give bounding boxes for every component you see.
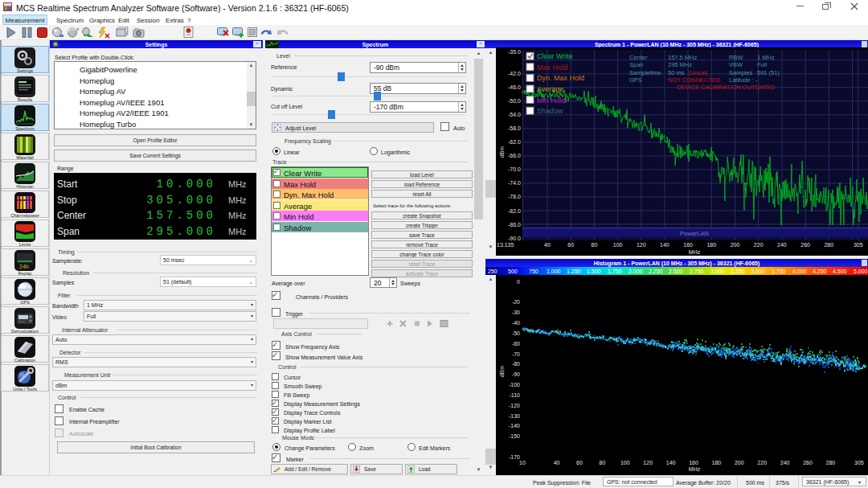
svg-text:50 ms: 50 ms [668, 69, 685, 76]
svg-text:Span: Span [629, 61, 644, 68]
svg-text:-70: -70 [512, 351, 520, 357]
svg-text:260: 260 [803, 460, 813, 465]
svg-text:40: 40 [544, 242, 551, 248]
svg-text:160: 160 [683, 242, 693, 248]
svg-text:-50: -50 [512, 330, 520, 336]
svg-text:-42.0: -42.0 [508, 71, 521, 76]
svg-text:-78.0: -78.0 [508, 194, 521, 199]
svg-text:80: 80 [592, 242, 598, 248]
svg-text:80: 80 [600, 460, 606, 465]
svg-text:1 MHz: 1 MHz [757, 54, 775, 61]
svg-text:160: 160 [689, 460, 698, 465]
svg-text:0: 0 [517, 279, 520, 285]
svg-text:240: 240 [780, 460, 790, 465]
svg-text:Samples: Samples [729, 69, 752, 76]
svg-text:140: 140 [660, 242, 669, 248]
svg-text:305: 305 [854, 242, 863, 248]
svg-text:-170: -170 [509, 454, 520, 460]
svg-text:-80: -80 [512, 361, 520, 367]
svg-text:40: 40 [554, 460, 560, 465]
svg-text:Sampletime: Sampletime [629, 69, 661, 76]
svg-text:Min Hold: Min Hold [537, 96, 566, 105]
svg-text:-86.0: -86.0 [508, 222, 521, 228]
svg-text:-90: -90 [512, 371, 520, 377]
svg-text:-130: -130 [509, 413, 520, 419]
svg-text:Average: Average [537, 85, 563, 93]
svg-text:295 MHz: 295 MHz [668, 61, 692, 68]
svg-text:220: 220 [754, 242, 764, 248]
svg-text:24h: 24h [19, 264, 29, 269]
svg-text:MHz: MHz [689, 466, 701, 472]
svg-text:200: 200 [735, 460, 744, 465]
svg-text:-35.0: -35.0 [508, 49, 521, 55]
svg-text:305: 305 [854, 460, 864, 465]
svg-text:157.5 MHz: 157.5 MHz [668, 54, 698, 61]
svg-text:-140: -140 [509, 423, 520, 429]
svg-text:dBm: dBm [499, 146, 505, 158]
svg-text:RBW: RBW [729, 54, 743, 61]
svg-text:-50.0: -50.0 [508, 98, 521, 104]
svg-text:100: 100 [613, 242, 623, 248]
svg-text:Dyn. Max Hold: Dyn. Max Hold [537, 74, 584, 82]
svg-text:120: 120 [643, 460, 653, 465]
svg-text:(Uncal): (Uncal) [688, 69, 708, 76]
svg-text:Clear Write: Clear Write [537, 52, 573, 60]
svg-text:Center: Center [629, 54, 648, 61]
svg-text:-54.0: -54.0 [508, 112, 521, 117]
svg-text:NOT CONNECTED: NOT CONNECTED [668, 76, 721, 84]
svg-text:DEVICE CALIBRATION OUTDATED: DEVICE CALIBRATION OUTDATED [677, 84, 776, 91]
svg-text:220: 220 [757, 460, 767, 465]
svg-text:-150: -150 [509, 433, 520, 439]
svg-text:-100: -100 [509, 382, 520, 388]
svg-text:200: 200 [731, 242, 740, 248]
svg-text:-30: -30 [512, 310, 520, 315]
svg-text:280: 280 [824, 242, 833, 248]
svg-text:Shadow: Shadow [537, 107, 563, 115]
svg-text:-60: -60 [512, 341, 520, 347]
svg-text:140: 140 [666, 460, 676, 465]
svg-text:60: 60 [567, 242, 574, 248]
svg-text:-66.0: -66.0 [508, 153, 521, 158]
svg-text:-120: -120 [509, 403, 520, 408]
svg-text:-82.0: -82.0 [508, 208, 521, 214]
svg-text:60: 60 [576, 460, 583, 465]
svg-text:10: 10 [519, 460, 526, 465]
svg-text:-70.0: -70.0 [508, 166, 521, 172]
svg-text:-40: -40 [512, 320, 520, 326]
svg-text:260: 260 [800, 242, 810, 248]
svg-text:-74.0: -74.0 [508, 180, 521, 186]
svg-text:280: 280 [826, 460, 836, 465]
svg-text:-110: -110 [510, 392, 521, 398]
svg-text:591 (51): 591 (51) [757, 69, 780, 76]
svg-text:180: 180 [712, 460, 722, 465]
svg-text:dBm: dBm [499, 366, 505, 378]
svg-text:PowerLAN: PowerLAN [680, 230, 709, 237]
svg-text:-20: -20 [512, 299, 520, 305]
svg-text:120: 120 [637, 242, 646, 248]
svg-text:-46.0: -46.0 [508, 84, 521, 90]
svg-text:VBW: VBW [729, 61, 743, 68]
svg-text:GPS: GPS [629, 76, 642, 84]
svg-text:MHz: MHz [689, 249, 701, 255]
svg-text:Max Hold: Max Hold [537, 64, 567, 72]
svg-text:Full: Full [757, 61, 767, 68]
svg-text:-62.0: -62.0 [508, 139, 521, 145]
svg-text:240: 240 [777, 242, 787, 248]
svg-text:-90.0: -90.0 [508, 236, 521, 241]
svg-text:100: 100 [620, 460, 630, 465]
svg-text:180: 180 [706, 242, 716, 248]
svg-text:-58.0: -58.0 [508, 125, 521, 131]
svg-text:Latitude : -: Latitude : - [729, 76, 758, 84]
svg-text:13.135: 13.135 [497, 242, 514, 248]
